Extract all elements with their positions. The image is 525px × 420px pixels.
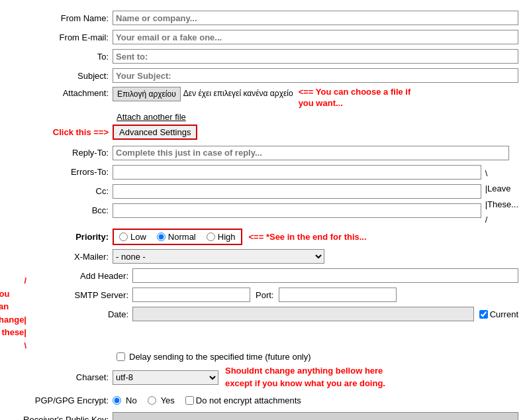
pgp-row: PGP/GPG Encrypt: No Yes Do not encrypt a… bbox=[7, 393, 518, 409]
pgp-no-radio[interactable] bbox=[113, 396, 121, 405]
from-email-row: From E-mail: bbox=[7, 29, 518, 45]
errors-to-row: Errors-To: bbox=[7, 164, 481, 180]
attachment-label: Attachment: bbox=[7, 87, 113, 98]
attach-another-link[interactable]: Attach another file bbox=[117, 112, 186, 122]
xmailer-field: - none - bbox=[113, 249, 518, 264]
left-annotation: / You can change| these| \ bbox=[7, 268, 26, 352]
leave-these-note: \ |Leave |These... / bbox=[481, 164, 518, 229]
subject-field bbox=[113, 68, 518, 83]
public-key-label: Receiver's Public Key: bbox=[7, 412, 113, 420]
priority-field: Low Normal High <== *See in the end for … bbox=[113, 229, 518, 245]
from-email-input[interactable] bbox=[113, 30, 518, 44]
priority-label: Priority: bbox=[7, 232, 113, 242]
attachment-row: Attachment: Επιλογή αρχείου Δεν έχει επι… bbox=[7, 87, 518, 109]
priority-normal-radio[interactable] bbox=[157, 233, 166, 241]
reply-to-label: Reply-To: bbox=[7, 148, 113, 158]
current-checkbox[interactable] bbox=[479, 310, 488, 319]
advanced-settings-button[interactable]: Advanced Settings bbox=[113, 125, 197, 140]
pgp-yes-radio[interactable] bbox=[148, 396, 156, 405]
current-checkbox-label[interactable]: Current bbox=[479, 309, 518, 319]
date-row: Date: Wed, 17 Apr 2013 18:38:41 +0000 (U… bbox=[26, 306, 518, 322]
cc-label: Cc: bbox=[7, 186, 113, 196]
reply-to-field bbox=[113, 146, 509, 160]
smtp-row: SMTP Server: Port: bbox=[26, 287, 518, 303]
reply-to-input[interactable] bbox=[113, 146, 509, 160]
public-key-area[interactable]: www.hackcommunity.com bbox=[113, 412, 518, 420]
leave-these-fields: Errors-To: Cc: Bcc: bbox=[7, 164, 481, 229]
bcc-label: Bcc: bbox=[7, 205, 113, 215]
date-input[interactable]: Wed, 17 Apr 2013 18:38:41 +0000 (UTC) bbox=[132, 307, 474, 321]
smtp-input[interactable] bbox=[132, 288, 250, 302]
main-container: From Name: From E-mail: To: Subject: Att… bbox=[0, 7, 525, 420]
reply-to-note bbox=[516, 148, 518, 158]
delay-checkbox[interactable] bbox=[117, 352, 125, 361]
from-email-field bbox=[113, 30, 518, 44]
pgp-no-label: No bbox=[126, 395, 137, 405]
priority-normal-label: Normal bbox=[168, 232, 196, 242]
pgp-label: PGP/GPG Encrypt: bbox=[7, 395, 113, 405]
to-row: To: bbox=[7, 48, 518, 64]
shouldnt-note: Shouldnt change anything bellow hereexce… bbox=[225, 365, 385, 389]
advanced-settings-row: Click this ==> Advanced Settings bbox=[7, 125, 518, 140]
priority-low-option[interactable]: Low bbox=[119, 232, 146, 242]
from-name-row: From Name: bbox=[7, 10, 518, 26]
to-input[interactable] bbox=[113, 49, 518, 64]
click-annotation: Click this ==> bbox=[7, 127, 113, 137]
errors-to-label: Errors-To: bbox=[7, 167, 113, 177]
subject-input[interactable] bbox=[113, 68, 518, 83]
from-name-label: From Name: bbox=[7, 13, 113, 23]
priority-low-label: Low bbox=[130, 232, 146, 242]
leave-note-slash-bottom: / bbox=[485, 212, 518, 227]
priority-high-label: High bbox=[218, 232, 236, 242]
priority-box: Low Normal High bbox=[113, 229, 242, 245]
xmailer-label: X-Mailer: bbox=[7, 252, 113, 262]
pgp-yes-label: Yes bbox=[161, 395, 175, 405]
bcc-field bbox=[113, 203, 481, 218]
attach-another-row: Attach another file bbox=[117, 112, 518, 122]
charset-label: Charset: bbox=[7, 372, 113, 382]
from-name-field bbox=[113, 11, 518, 25]
date-label: Date: bbox=[26, 309, 132, 319]
leave-these-section: Errors-To: Cc: Bcc: \ |Lea bbox=[7, 164, 518, 229]
from-email-label: From E-mail: bbox=[7, 32, 113, 42]
port-input[interactable] bbox=[279, 288, 397, 302]
subject-label: Subject: bbox=[7, 71, 113, 81]
pgp-field: No Yes Do not encrypt attachments bbox=[113, 395, 518, 405]
cc-field bbox=[113, 184, 481, 199]
delay-label: Delay sending to the specified time (fut… bbox=[129, 352, 311, 362]
leave-note-leave: |Leave bbox=[485, 181, 518, 196]
pgp-no-encrypt-checkbox[interactable] bbox=[185, 396, 194, 405]
errors-to-input[interactable] bbox=[113, 165, 481, 180]
leave-note-slash-top: \ bbox=[485, 166, 518, 181]
public-key-field: www.hackcommunity.com bbox=[113, 412, 518, 420]
pgp-yes-option[interactable]: Yes bbox=[148, 395, 175, 405]
current-label: Current bbox=[490, 309, 518, 319]
public-key-row: Receiver's Public Key: www.hackcommunity… bbox=[7, 412, 518, 420]
charset-field: utf-8 Shouldnt change anything bellow he… bbox=[113, 365, 518, 389]
charset-select[interactable]: utf-8 bbox=[113, 370, 218, 385]
bcc-input[interactable] bbox=[113, 203, 481, 218]
errors-to-field bbox=[113, 165, 481, 180]
priority-low-radio[interactable] bbox=[119, 233, 128, 241]
to-field bbox=[113, 49, 518, 64]
delay-row: Delay sending to the specified time (fut… bbox=[117, 352, 518, 362]
reply-to-row: Reply-To: bbox=[7, 145, 518, 161]
date-field: Wed, 17 Apr 2013 18:38:41 +0000 (UTC) Cu… bbox=[132, 307, 518, 321]
smtp-field: Port: bbox=[132, 288, 518, 302]
priority-high-option[interactable]: High bbox=[207, 232, 236, 242]
priority-normal-option[interactable]: Normal bbox=[157, 232, 196, 242]
priority-high-radio[interactable] bbox=[207, 233, 215, 241]
pgp-no-encrypt-option[interactable]: Do not encrypt attachments bbox=[185, 395, 301, 405]
xmailer-select[interactable]: - none - bbox=[113, 249, 324, 264]
to-label: To: bbox=[7, 52, 113, 62]
attach-annotation: <== You can choose a file ifyou want... bbox=[299, 87, 411, 109]
from-name-input[interactable] bbox=[113, 11, 518, 25]
cc-input[interactable] bbox=[113, 184, 481, 199]
pgp-no-option[interactable]: No bbox=[113, 395, 137, 405]
subject-row: Subject: bbox=[7, 68, 518, 83]
add-header-input[interactable] bbox=[132, 268, 518, 283]
changeable-fields: Add Header: SMTP Server: Port: Date bbox=[26, 268, 518, 325]
cc-row: Cc: bbox=[7, 184, 481, 199]
file-button[interactable]: Επιλογή αρχείου bbox=[113, 87, 181, 101]
changeable-section: / You can change| these| \ Add Header: S… bbox=[7, 268, 518, 352]
